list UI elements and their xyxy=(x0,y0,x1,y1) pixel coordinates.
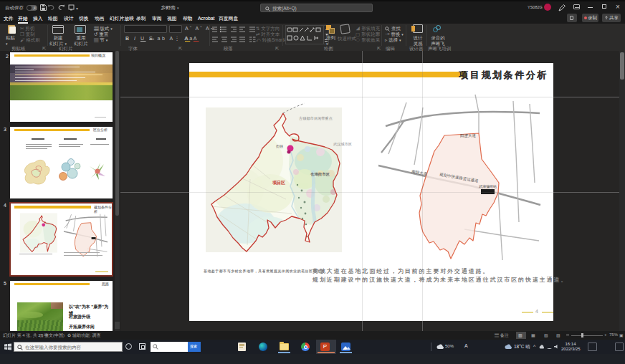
svg-text:仓埠街市区: 仓埠街市区 xyxy=(310,172,330,177)
svg-text:街镇: 街镇 xyxy=(276,144,283,149)
svg-text:武汉城市区: 武汉城市区 xyxy=(333,142,352,147)
svg-text:阳逻大道: 阳逻大道 xyxy=(460,133,477,138)
svg-text:武湖编组站: 武湖编组站 xyxy=(479,184,497,188)
svg-text:古镇都市休闲带重点: 古镇都市休闲带重点 xyxy=(299,116,333,121)
svg-text:项目区: 项目区 xyxy=(272,180,285,186)
